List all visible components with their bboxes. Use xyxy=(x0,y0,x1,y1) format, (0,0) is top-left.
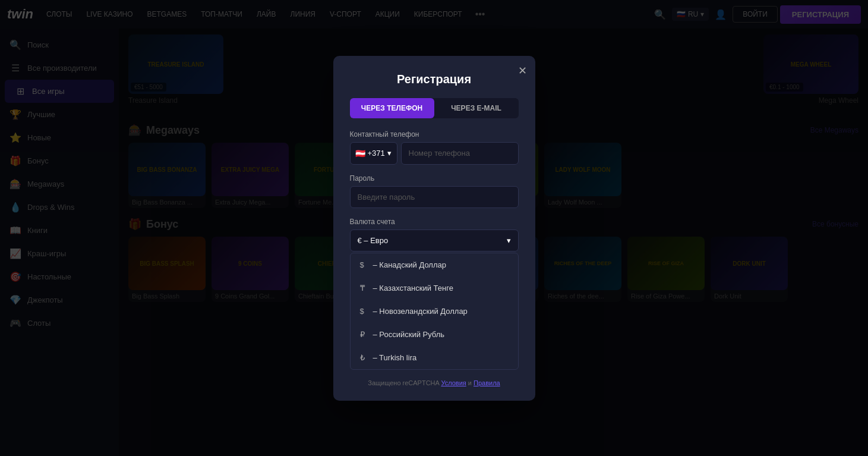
currency-select[interactable]: € – Евро ▾ xyxy=(350,229,519,251)
registration-modal: ✕ Регистрация ЧЕРЕЗ ТЕЛЕФОН ЧЕРЕЗ E-MAIL… xyxy=(333,56,535,401)
currency-option-cad[interactable]: $ – Канадский Доллар xyxy=(351,253,518,276)
modal-tabs: ЧЕРЕЗ ТЕЛЕФОН ЧЕРЕЗ E-MAIL xyxy=(350,98,519,118)
phone-row: 🇦🇹 +371 ▾ xyxy=(350,142,519,165)
country-select[interactable]: 🇦🇹 +371 ▾ xyxy=(350,142,397,165)
recaptcha-terms-link[interactable]: Условия xyxy=(441,379,466,386)
phone-field-group: Контактный телефон 🇦🇹 +371 ▾ xyxy=(350,130,519,165)
tab-phone[interactable]: ЧЕРЕЗ ТЕЛЕФОН xyxy=(350,98,434,118)
currency-selected-value: € – Евро xyxy=(358,236,389,245)
currency-symbol: ₺ xyxy=(360,353,368,362)
currency-option-kzt[interactable]: ₸ – Казахстанский Тенге xyxy=(351,276,518,300)
currency-option-try[interactable]: ₺ – Turkish lira xyxy=(351,346,518,369)
password-input[interactable] xyxy=(350,186,519,208)
currency-name: – Казахстанский Тенге xyxy=(373,284,453,293)
currency-symbol: $ xyxy=(360,307,368,316)
recaptcha-privacy-link[interactable]: Правила xyxy=(474,379,500,386)
modal-close-button[interactable]: ✕ xyxy=(518,64,527,77)
password-field-group: Пароль xyxy=(350,174,519,208)
dropdown-arrow-icon: ▾ xyxy=(387,149,392,158)
currency-symbol: ₽ xyxy=(360,330,368,339)
currency-dropdown-icon: ▾ xyxy=(507,236,511,245)
currency-name: – Turkish lira xyxy=(373,353,417,362)
password-label: Пароль xyxy=(350,174,519,183)
currency-option-rub[interactable]: ₽ – Российский Рубль xyxy=(351,323,518,346)
currency-option-nzd[interactable]: $ – Новозеландский Доллар xyxy=(351,300,518,323)
currency-dropdown: $ – Канадский Доллар ₸ – Казахстанский Т… xyxy=(350,253,519,370)
phone-code: +371 xyxy=(368,149,385,158)
currency-name: – Новозеландский Доллар xyxy=(373,307,468,316)
modal-title: Регистрация xyxy=(350,73,519,86)
currency-symbol: $ xyxy=(360,260,368,269)
currency-field-group: Валюта счета € – Евро ▾ $ – Канадский До… xyxy=(350,218,519,370)
modal-overlay[interactable]: ✕ Регистрация ЧЕРЕЗ ТЕЛЕФОН ЧЕРЕЗ E-MAIL… xyxy=(0,0,868,456)
phone-label: Контактный телефон xyxy=(350,130,519,139)
recaptcha-section: Защищено reCAPTCHA Условия и Правила xyxy=(350,379,519,386)
phone-input[interactable] xyxy=(401,142,519,165)
currency-name: – Канадский Доллар xyxy=(373,260,447,269)
currency-name: – Российский Рубль xyxy=(373,330,445,339)
recaptcha-text: Защищено reCAPTCHA xyxy=(368,379,439,386)
currency-symbol: ₸ xyxy=(360,284,368,293)
country-flag: 🇦🇹 xyxy=(355,149,365,158)
currency-label: Валюта счета xyxy=(350,218,519,226)
tab-email[interactable]: ЧЕРЕЗ E-MAIL xyxy=(434,98,519,118)
